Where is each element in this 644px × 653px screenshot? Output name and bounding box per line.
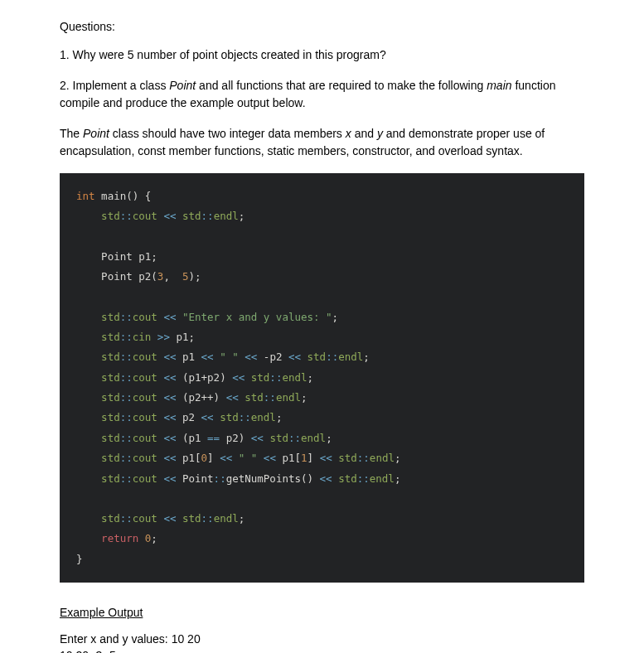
- code-line-2: std::cout << std::endl;: [76, 206, 568, 226]
- code-line-10: std::cout << p2 << std::endl;: [76, 408, 568, 428]
- code-line-3: Point p1;: [76, 247, 568, 267]
- question-2: 2. Implement a class Point and all funct…: [60, 77, 584, 112]
- code-line-6: std::cin >> p1;: [76, 327, 568, 347]
- code-line-14: std::cout << std::endl;: [76, 509, 568, 529]
- code-line-13: std::cout << Point::getNumPoints() << st…: [76, 469, 568, 489]
- output-line: Enter x and y values: 10 20: [60, 631, 584, 647]
- blank-line: [76, 489, 568, 509]
- q2-mid: and all functions that are required to m…: [196, 79, 487, 92]
- q2-point: Point: [169, 79, 196, 92]
- paragraph-3: The Point class should have two integer …: [60, 125, 584, 160]
- code-line-15: return 0;: [76, 529, 568, 549]
- code-line-12: std::cout << p1[0] << " " << p1[1] << st…: [76, 448, 568, 468]
- code-line-7: std::cout << p1 << " " << -p2 << std::en…: [76, 347, 568, 367]
- q2-pre: 2. Implement a class: [60, 79, 169, 92]
- p3-point: Point: [83, 127, 109, 140]
- blank-line: [76, 288, 568, 307]
- example-output-block: Enter x and y values: 10 20 10 20 -3 -5 …: [60, 631, 584, 653]
- blank-line: [76, 227, 568, 247]
- code-line-4: Point p2(3, 5);: [76, 267, 568, 287]
- p3-pre: The: [60, 127, 83, 140]
- code-line-5: std::cout << "Enter x and y values: ";: [76, 307, 568, 327]
- example-output-heading: Example Output: [60, 606, 584, 619]
- code-block: int main() { std::cout << std::endl; Poi…: [60, 173, 584, 583]
- code-line-1: int main() {: [76, 186, 568, 206]
- questions-heading: Questions:: [60, 20, 584, 33]
- code-line-11: std::cout << (p1 == p2) << std::endl;: [76, 428, 568, 448]
- code-line-9: std::cout << (p2++) << std::endl;: [76, 388, 568, 408]
- code-line-8: std::cout << (p1+p2) << std::endl;: [76, 368, 568, 388]
- q2-main: main: [487, 79, 511, 92]
- p3-y: y: [377, 127, 383, 140]
- output-line: 10 20 -3 -5: [60, 647, 584, 653]
- p3-x: x: [346, 127, 351, 140]
- p3-mid: class should have two integer data membe…: [109, 127, 346, 140]
- p3-and: and: [351, 127, 377, 140]
- code-line-16: }: [76, 549, 568, 569]
- question-1: 1. Why were 5 number of point objects cr…: [60, 46, 584, 64]
